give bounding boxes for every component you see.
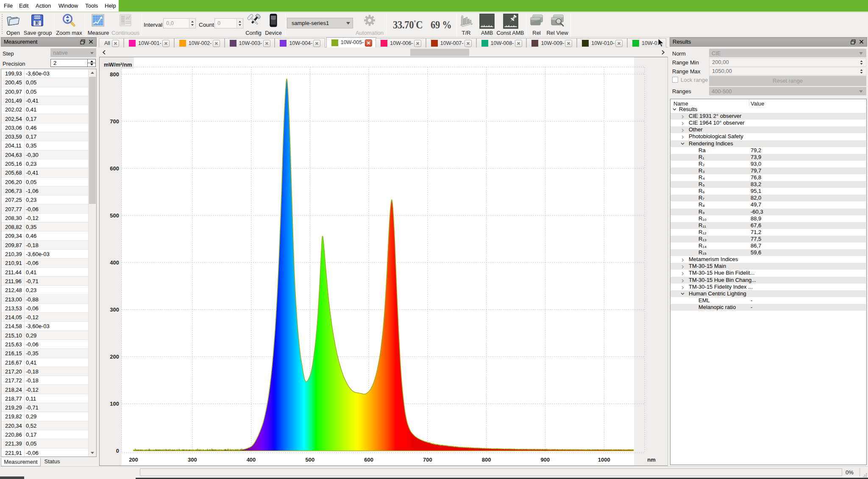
- svg-text:1000: 1000: [598, 457, 610, 463]
- svg-text:800: 800: [482, 457, 491, 463]
- svg-text:500: 500: [305, 457, 314, 463]
- svg-text:0: 0: [116, 448, 119, 454]
- svg-text:300: 300: [110, 306, 119, 313]
- svg-text:300: 300: [188, 457, 197, 463]
- svg-text:nm: nm: [647, 457, 656, 463]
- svg-text:400: 400: [110, 259, 119, 266]
- svg-text:600: 600: [364, 457, 373, 463]
- svg-text:700: 700: [423, 457, 432, 463]
- svg-text:600: 600: [110, 165, 119, 172]
- svg-text:900: 900: [541, 457, 550, 463]
- svg-text:100: 100: [110, 401, 119, 407]
- svg-text:700: 700: [110, 118, 119, 125]
- svg-text:400: 400: [247, 457, 256, 463]
- svg-text:800: 800: [110, 71, 119, 78]
- svg-text:mW/m²/nm: mW/m²/nm: [104, 61, 132, 68]
- svg-text:500: 500: [110, 212, 119, 219]
- svg-text:200: 200: [110, 354, 119, 360]
- svg-text:200: 200: [129, 457, 138, 463]
